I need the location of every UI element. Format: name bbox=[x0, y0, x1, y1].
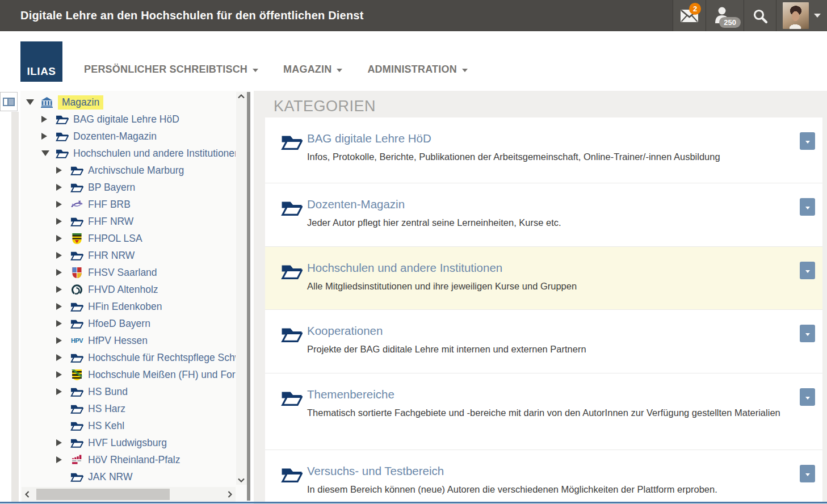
category-link[interactable]: Kooperationen bbox=[307, 324, 383, 338]
chevron-down-icon bbox=[805, 207, 810, 209]
folder-icon bbox=[281, 199, 303, 217]
expand-arrow-icon[interactable] bbox=[41, 133, 51, 140]
scroll-up-icon[interactable] bbox=[238, 94, 245, 99]
expand-arrow-icon[interactable] bbox=[56, 371, 65, 378]
expand-arrow-icon[interactable] bbox=[56, 320, 65, 327]
expand-arrow-icon[interactable] bbox=[56, 269, 65, 276]
tree-link[interactable]: HS Harz bbox=[88, 403, 125, 415]
chevron-down-icon bbox=[337, 69, 342, 72]
bank-icon bbox=[40, 97, 53, 108]
category-row-highlighted: Hochschulen und andere Institutionen All… bbox=[265, 246, 822, 309]
category-actions-dropdown[interactable] bbox=[800, 465, 815, 482]
fhvd-logo-icon bbox=[70, 284, 83, 295]
scroll-right-icon[interactable] bbox=[228, 491, 232, 498]
tree-link[interactable]: HfPV Hessen bbox=[88, 335, 148, 347]
nav-item-personal-desktop[interactable]: PERSÖNLICHER SCHREIBTISCH bbox=[84, 64, 258, 75]
expand-arrow-icon[interactable] bbox=[56, 218, 65, 225]
expand-arrow-icon[interactable] bbox=[56, 337, 65, 344]
tree-link[interactable]: FHSV Saarland bbox=[88, 267, 157, 279]
tree-item: Hochschule Meißen (FH) und Fort bbox=[20, 366, 236, 383]
category-actions-dropdown[interactable] bbox=[800, 198, 815, 216]
tree-link[interactable]: FHF NRW bbox=[88, 216, 133, 228]
tree-item: FHR NRW bbox=[20, 247, 236, 264]
expand-arrow-icon[interactable] bbox=[56, 354, 65, 361]
ilias-logo[interactable]: ILIAS bbox=[20, 41, 62, 82]
category-description: Thematisch sortierte Fachgebiete und -be… bbox=[307, 406, 783, 420]
tree-link[interactable]: JAK NRW bbox=[88, 471, 132, 483]
tree-vertical-scrollbar[interactable] bbox=[236, 92, 247, 485]
nav-item-administration[interactable]: ADMINISTRATION bbox=[367, 64, 467, 75]
tree-link[interactable]: FHVD Altenholz bbox=[88, 284, 158, 296]
left-rail bbox=[11, 112, 19, 502]
category-link[interactable]: BAG digitale Lehre HöD bbox=[307, 132, 431, 145]
expand-arrow-icon[interactable] bbox=[56, 252, 65, 259]
category-actions-dropdown[interactable] bbox=[800, 132, 815, 150]
online-users-button[interactable]: 250 bbox=[706, 0, 744, 31]
scroll-left-icon[interactable] bbox=[25, 491, 30, 498]
nav-item-magazin[interactable]: MAGAZIN bbox=[283, 64, 342, 75]
mail-badge: 2 bbox=[689, 3, 701, 15]
collapse-arrow-icon[interactable] bbox=[41, 150, 51, 156]
tree-link[interactable]: Hochschule für Rechtspflege Schw bbox=[88, 352, 236, 364]
category-link[interactable]: Versuchs- und Testbereich bbox=[307, 464, 444, 478]
tree-link[interactable]: HVF Ludwigsburg bbox=[88, 437, 167, 449]
category-link[interactable]: Dozenten-Magazin bbox=[307, 198, 405, 211]
tree-link[interactable]: FHF BRB bbox=[88, 199, 131, 211]
nav-label: PERSÖNLICHER SCHREIBTISCH bbox=[84, 64, 247, 75]
saxony-arms-icon bbox=[70, 369, 83, 380]
main-navigation-bar: ILIAS PERSÖNLICHER SCHREIBTISCH MAGAZIN … bbox=[0, 31, 827, 91]
tree-link[interactable]: FHPOL LSA bbox=[88, 233, 142, 245]
tree-link-magazin[interactable]: Magazin bbox=[58, 95, 103, 110]
tree-link[interactable]: HFin Edenkoben bbox=[88, 301, 162, 313]
tree-link[interactable]: BAG digitale Lehre HöD bbox=[73, 114, 179, 125]
folder-icon bbox=[70, 421, 83, 431]
expand-arrow-icon[interactable] bbox=[56, 388, 65, 395]
logo-text: ILIAS bbox=[27, 65, 56, 78]
tree-link[interactable]: Hochschulen und andere Institutionen bbox=[73, 148, 236, 159]
tree-link[interactable]: FHR NRW bbox=[88, 250, 135, 262]
mail-button[interactable]: 2 bbox=[673, 0, 706, 31]
tree-link[interactable]: Dozenten-Magazin bbox=[73, 131, 157, 142]
expand-arrow-icon[interactable] bbox=[56, 439, 65, 446]
top-header-bar: Digitale Lehre an den Hochschulen für de… bbox=[0, 0, 827, 31]
expand-arrow-icon[interactable] bbox=[56, 235, 65, 242]
expand-arrow-icon[interactable] bbox=[56, 456, 65, 463]
tree-link[interactable]: HfoeD Bayern bbox=[88, 318, 150, 330]
tree-link[interactable]: HS Bund bbox=[88, 386, 128, 398]
folder-icon bbox=[70, 301, 83, 312]
expand-arrow-icon[interactable] bbox=[41, 116, 51, 123]
search-button[interactable] bbox=[744, 0, 776, 31]
tree-link[interactable]: HS Kehl bbox=[88, 420, 124, 432]
expand-arrow-icon[interactable] bbox=[56, 286, 65, 293]
tree-item: HS Kehl bbox=[20, 417, 236, 434]
tree-link[interactable]: Hochschule Meißen (FH) und Fort bbox=[88, 369, 236, 381]
expand-arrow-icon[interactable] bbox=[56, 303, 65, 310]
tree-toggle-button[interactable] bbox=[0, 92, 18, 111]
user-menu-button[interactable] bbox=[776, 0, 827, 31]
tree-scrollbar-thumb[interactable] bbox=[247, 92, 250, 501]
folder-icon bbox=[70, 472, 83, 482]
tree-horizontal-scrollbar[interactable] bbox=[22, 487, 236, 502]
expand-arrow-icon[interactable] bbox=[56, 184, 65, 191]
tree-link[interactable]: BP Bayern bbox=[88, 182, 135, 194]
category-actions-dropdown[interactable] bbox=[800, 388, 815, 406]
category-actions-dropdown[interactable] bbox=[800, 325, 815, 342]
expand-arrow-icon[interactable] bbox=[56, 167, 65, 174]
tree-link[interactable]: Archivschule Marburg bbox=[88, 165, 184, 177]
tree-link[interactable]: HöV Rheinland-Pfalz bbox=[88, 454, 180, 466]
category-link[interactable]: Themenbereiche bbox=[307, 388, 394, 401]
expand-arrow-icon[interactable] bbox=[56, 201, 65, 208]
folder-icon bbox=[56, 131, 69, 142]
nav-label: ADMINISTRATION bbox=[367, 64, 456, 75]
tree-item: FHSV Saarland bbox=[20, 264, 236, 281]
folder-icon bbox=[281, 389, 303, 407]
collapse-arrow-icon[interactable] bbox=[26, 99, 35, 105]
tree-item: BAG digitale Lehre HöD bbox=[20, 111, 236, 128]
scroll-down-icon[interactable] bbox=[238, 478, 245, 482]
horizontal-scrollbar-thumb[interactable] bbox=[36, 489, 170, 500]
category-actions-dropdown[interactable] bbox=[800, 262, 815, 279]
chevron-down-icon bbox=[814, 14, 821, 18]
tree-item: BP Bayern bbox=[20, 179, 236, 196]
tree-item: HFin Edenkoben bbox=[20, 298, 236, 315]
category-link[interactable]: Hochschulen und andere Institutionen bbox=[307, 261, 502, 275]
